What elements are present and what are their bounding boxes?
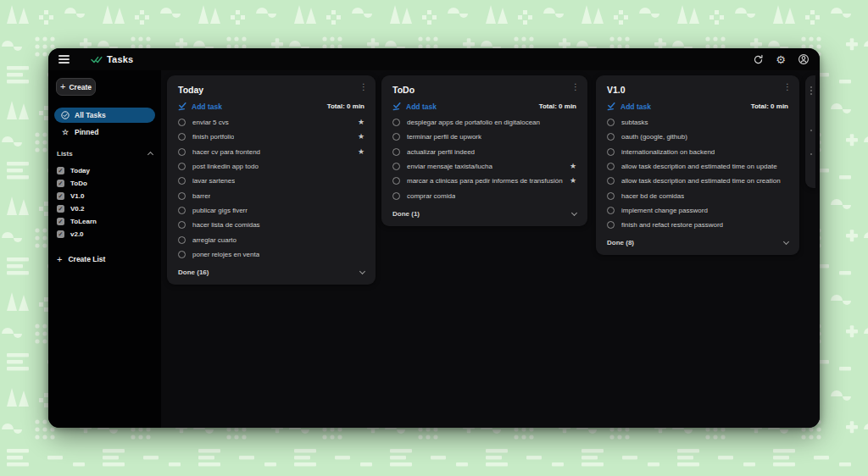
- card-header: ToDo ⋮: [381, 83, 587, 95]
- task-complete-toggle[interactable]: [178, 133, 186, 141]
- chevron-down-icon: [783, 239, 789, 245]
- task-row[interactable]: comprar comida ★: [381, 188, 587, 202]
- task-row[interactable]: finish and refact restore password ★: [596, 218, 799, 232]
- task-row[interactable]: post linkedin app todo ★: [167, 159, 376, 174]
- task-row[interactable]: enviar 5 cvs ★: [167, 115, 376, 130]
- task-complete-toggle[interactable]: [178, 236, 186, 244]
- task-label: allow task description and estimated tim…: [621, 177, 781, 185]
- task-row[interactable]: barrer ★: [167, 188, 376, 202]
- task-row[interactable]: arreglar cuarto ★: [167, 232, 376, 246]
- check-circle-icon: [61, 111, 70, 119]
- task-row[interactable]: poner relojes en venta ★: [167, 247, 376, 262]
- add-task-button[interactable]: Add task: [607, 102, 651, 111]
- checkbox-checked-icon[interactable]: ✓: [57, 218, 64, 225]
- star-icon: ★: [358, 148, 364, 156]
- card-header: Today ⋮: [167, 83, 376, 95]
- sidebar-list-item[interactable]: ✓ v2.0: [54, 228, 155, 241]
- create-button[interactable]: + Create: [56, 78, 96, 96]
- task-complete-toggle[interactable]: [607, 148, 615, 156]
- task-complete-toggle[interactable]: [178, 251, 186, 258]
- task-list: desplegar apps de portafolio en digitalo…: [381, 115, 587, 203]
- star-icon: ☆: [61, 128, 70, 136]
- checkbox-checked-icon[interactable]: ✓: [57, 180, 64, 187]
- task-complete-toggle[interactable]: [392, 177, 400, 185]
- add-task-icon: [178, 102, 187, 111]
- hamburger-menu-icon[interactable]: [58, 52, 77, 67]
- task-row[interactable]: hacer cv para frontend ★: [167, 145, 376, 159]
- task-complete-toggle[interactable]: [607, 119, 615, 126]
- sidebar-item-label: All Tasks: [75, 111, 106, 119]
- chevron-down-icon: [359, 268, 365, 274]
- task-complete-toggle[interactable]: [392, 148, 400, 156]
- task-row[interactable]: allow task description and estimated tim…: [596, 159, 799, 174]
- task-row[interactable]: enviar mensaje taxista/lucha ★: [381, 159, 587, 174]
- task-label: post linkedin app todo: [192, 163, 259, 170]
- gear-icon[interactable]: ⚙: [773, 52, 788, 67]
- add-task-label: Add task: [192, 102, 222, 111]
- task-row[interactable]: implement change password ★: [596, 203, 799, 218]
- kebab-menu-icon[interactable]: ⋮: [359, 83, 368, 91]
- app-title-group: Tasks: [91, 54, 133, 64]
- task-complete-toggle[interactable]: [178, 163, 186, 170]
- task-row[interactable]: oauth (google, github) ★: [596, 130, 799, 144]
- checkbox-checked-icon[interactable]: ✓: [57, 167, 64, 174]
- tasks-app-window: Tasks ⚙ + Create: [48, 48, 820, 428]
- add-task-button[interactable]: Add task: [178, 102, 222, 111]
- create-list-button[interactable]: + Create List: [54, 254, 155, 264]
- sidebar-list-item[interactable]: ✓ ToDo: [54, 177, 155, 190]
- task-complete-toggle[interactable]: [607, 207, 615, 214]
- task-row[interactable]: hacer bd de comidas ★: [596, 188, 799, 202]
- star-icon: ★: [570, 163, 576, 170]
- task-row[interactable]: finish portfolio ★: [167, 130, 376, 144]
- task-complete-toggle[interactable]: [607, 221, 615, 229]
- sidebar-list-item[interactable]: ✓ V0.2: [54, 202, 155, 215]
- kebab-menu-icon[interactable]: ⋮: [571, 83, 580, 91]
- task-complete-toggle[interactable]: [178, 207, 186, 214]
- task-row[interactable]: actualizar perfil indeed ★: [381, 145, 587, 159]
- add-task-row: Add task Total: 0 min: [596, 95, 799, 115]
- lists-section-header[interactable]: Lists: [54, 150, 155, 158]
- sidebar-list-item[interactable]: ✓ V1.0: [54, 190, 155, 202]
- checkbox-checked-icon[interactable]: ✓: [57, 192, 64, 200]
- done-section-toggle[interactable]: Done (8): [596, 237, 799, 246]
- plus-icon: +: [57, 254, 62, 264]
- task-complete-toggle[interactable]: [178, 192, 186, 200]
- task-complete-toggle[interactable]: [178, 148, 186, 156]
- task-row[interactable]: allow task description and estimated tim…: [596, 174, 799, 188]
- checkbox-checked-icon[interactable]: ✓: [57, 205, 64, 213]
- task-complete-toggle[interactable]: [607, 133, 615, 141]
- sidebar-list-item[interactable]: ✓ ToLearn: [54, 215, 155, 228]
- task-label: oauth (google, github): [621, 133, 687, 141]
- sidebar-item-all-tasks[interactable]: All Tasks: [54, 108, 155, 123]
- task-row[interactable]: hacer lista de comidas ★: [167, 218, 376, 232]
- task-complete-toggle[interactable]: [178, 221, 186, 229]
- task-complete-toggle[interactable]: [607, 177, 615, 185]
- task-row[interactable]: marcar a clinicas para pedir informes de…: [381, 174, 587, 188]
- task-row[interactable]: terminar perfil de upwork ★: [381, 130, 587, 144]
- task-complete-toggle[interactable]: [178, 177, 186, 185]
- checkbox-checked-icon[interactable]: ✓: [57, 230, 64, 238]
- sidebar-item-pinned[interactable]: ☆ Pinned: [54, 125, 155, 140]
- task-complete-toggle[interactable]: [392, 192, 400, 200]
- done-section-toggle[interactable]: Done (16): [167, 267, 376, 276]
- task-complete-toggle[interactable]: [178, 119, 186, 126]
- task-row[interactable]: publicar gigs fiverr ★: [167, 203, 376, 218]
- refresh-icon[interactable]: [750, 52, 765, 67]
- task-label: internationalization on backend: [621, 148, 715, 156]
- add-task-button[interactable]: Add task: [392, 102, 437, 111]
- task-complete-toggle[interactable]: [607, 163, 615, 170]
- task-complete-toggle[interactable]: [392, 163, 400, 170]
- task-row[interactable]: internationalization on backend ★: [596, 145, 799, 159]
- done-section-toggle[interactable]: Done (1): [381, 208, 587, 218]
- task-complete-toggle[interactable]: [607, 192, 615, 200]
- task-row[interactable]: desplegar apps de portafolio en digitalo…: [381, 115, 587, 130]
- task-complete-toggle[interactable]: [392, 119, 400, 126]
- add-task-label: Add task: [620, 102, 651, 111]
- account-icon[interactable]: [796, 52, 811, 67]
- task-complete-toggle[interactable]: [392, 133, 400, 141]
- list-card-partial[interactable]: [805, 75, 815, 188]
- task-row[interactable]: lavar sartenes ★: [167, 174, 376, 188]
- sidebar-list-item[interactable]: ✓ Today: [54, 164, 155, 177]
- task-row[interactable]: subtasks ★: [596, 115, 799, 130]
- kebab-menu-icon[interactable]: ⋮: [783, 83, 792, 91]
